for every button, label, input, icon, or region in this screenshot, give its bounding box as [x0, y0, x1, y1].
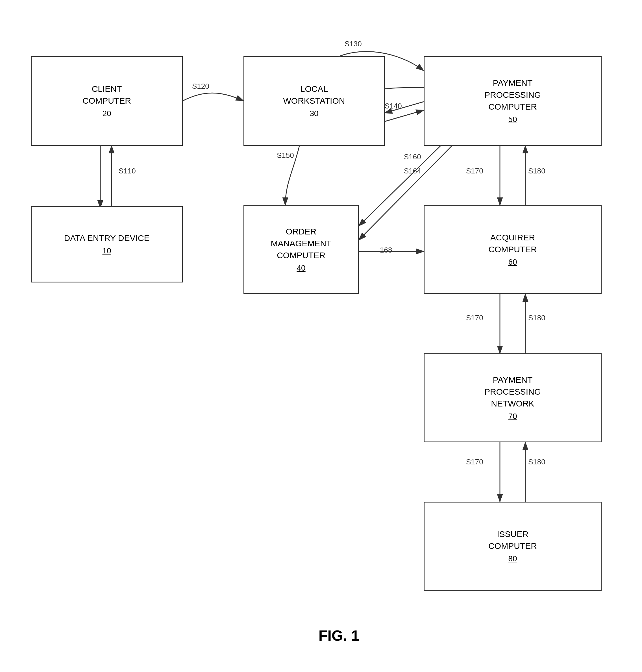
payment-processing-network-id: 70	[508, 411, 517, 422]
acquirer-computer-box: ACQUIRER COMPUTER 60	[424, 205, 602, 294]
s130-label: S130	[345, 40, 362, 48]
s170c-label: S170	[466, 457, 483, 466]
s180a-label: S180	[528, 167, 545, 176]
s140-label: S140	[385, 102, 402, 111]
data-entry-label: DATA ENTRY DEVICE	[64, 232, 150, 244]
order-management-label: ORDER MANAGEMENT COMPUTER	[271, 226, 331, 261]
svg-line-5	[385, 110, 424, 121]
payment-processing-computer-id: 50	[508, 114, 517, 125]
s120-label: S120	[192, 82, 209, 91]
issuer-computer-box: ISSUER COMPUTER 80	[424, 502, 602, 591]
client-computer-label: CLIENT COMPUTER	[82, 83, 131, 107]
issuer-computer-id: 80	[508, 553, 517, 564]
local-workstation-label: LOCAL WORKSTATION	[283, 83, 345, 107]
diagram: { "boxes": { "client_computer": { "label…	[0, 0, 642, 672]
s180c-label: S180	[528, 457, 545, 466]
client-computer-box: CLIENT COMPUTER 20	[31, 56, 183, 146]
s110-label: S110	[119, 167, 136, 176]
acquirer-computer-id: 60	[508, 257, 517, 268]
payment-processing-network-label: PAYMENT PROCESSING NETWORK	[484, 374, 541, 410]
s170b-label: S170	[466, 313, 483, 322]
s168-label: 168	[380, 246, 392, 255]
local-workstation-box: LOCAL WORKSTATION 30	[243, 56, 385, 146]
payment-processing-computer-label: PAYMENT PROCESSING COMPUTER	[484, 77, 541, 113]
order-management-id: 40	[297, 262, 305, 273]
s160-label: S160	[404, 153, 421, 161]
issuer-computer-label: ISSUER COMPUTER	[488, 528, 537, 552]
data-entry-box: DATA ENTRY DEVICE 10	[31, 206, 183, 283]
local-workstation-id: 30	[310, 108, 318, 119]
figure-label: FIG. 1	[254, 627, 424, 644]
s170a-label: S170	[466, 167, 483, 176]
data-entry-id: 10	[102, 245, 111, 256]
acquirer-computer-label: ACQUIRER COMPUTER	[488, 232, 537, 255]
payment-processing-network-box: PAYMENT PROCESSING NETWORK 70	[424, 353, 602, 442]
s180b-label: S180	[528, 313, 545, 322]
payment-processing-computer-box: PAYMENT PROCESSING COMPUTER 50	[424, 56, 602, 146]
s164-label: S164	[404, 167, 421, 176]
order-management-box: ORDER MANAGEMENT COMPUTER 40	[243, 205, 359, 294]
client-computer-id: 20	[102, 108, 111, 119]
s150-label: S150	[277, 151, 294, 160]
